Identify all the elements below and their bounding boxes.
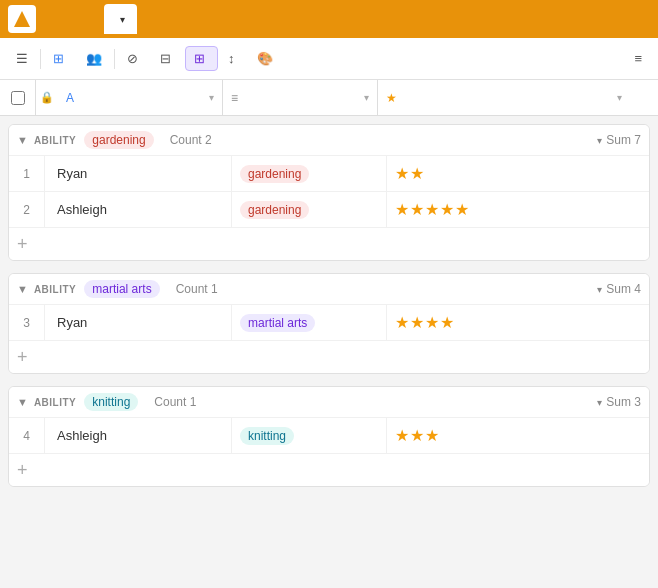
group-ability-label-martial: ABILITY: [34, 284, 76, 295]
select-all-checkbox[interactable]: [11, 91, 25, 105]
row-rating-gardening-1: ★★★★★: [387, 192, 649, 227]
stars-martial-0: ★★★★: [395, 313, 455, 332]
group-block-knitting: ▼ ABILITY knitting Count 1 ▾ Sum 3 4 Ash…: [8, 386, 650, 487]
toolbar-divider-1: [40, 49, 41, 69]
row-ability-gardening-0: gardening: [232, 156, 387, 191]
team-button[interactable]: 👥: [78, 47, 110, 70]
row-ability-gardening-1: gardening: [232, 192, 387, 227]
group-label-section-gardening: ABILITY gardening Count 2: [34, 131, 597, 149]
tab-ranking-chevron: ▾: [120, 14, 125, 25]
eye-icon: ⊘: [127, 51, 138, 66]
row-ability-martial-0: martial arts: [232, 305, 387, 340]
stars-gardening-1: ★★★★★: [395, 200, 470, 219]
group-sum-gardening: ▾ Sum 7: [597, 133, 641, 147]
more-button[interactable]: ≡: [626, 47, 650, 70]
filter-icon: ⊟: [160, 51, 171, 66]
main-content: ▼ ABILITY gardening Count 2 ▾ Sum 7 1 Ry…: [0, 116, 658, 588]
group-ability-label-gardening: ABILITY: [34, 135, 76, 146]
color-icon: 🎨: [257, 51, 273, 66]
group-button[interactable]: ⊞: [185, 46, 218, 71]
menu-icon: ☰: [16, 51, 28, 66]
add-row-gardening[interactable]: +: [9, 228, 649, 260]
group-label-section-knitting: ABILITY knitting Count 1: [34, 393, 597, 411]
sum-label-knitting: Sum 3: [606, 395, 641, 409]
ability-tag-gardening-1: gardening: [240, 201, 309, 219]
sum-label-martial: Sum 4: [606, 282, 641, 296]
lock-icon: 🔒: [40, 91, 54, 104]
group-chevron-gardening[interactable]: ▼: [17, 134, 28, 146]
rows-icon: ≡: [634, 51, 642, 66]
tab-abilities[interactable]: [76, 4, 100, 34]
group-tag-knitting: knitting: [84, 393, 138, 411]
hide-fields-button[interactable]: ⊘: [119, 47, 150, 70]
filter-button[interactable]: ⊟: [152, 47, 183, 70]
row-num-gardening-1: 2: [9, 192, 45, 227]
data-row-gardening-1: 2 Ashleigh gardening ★★★★★: [9, 192, 649, 228]
top-bar: ▾: [0, 0, 658, 38]
row-num-gardening-0: 1: [9, 156, 45, 191]
group-header-gardening: ▼ ABILITY gardening Count 2 ▾ Sum 7: [9, 125, 649, 156]
group-tag-gardening: gardening: [84, 131, 153, 149]
sum-chevron-gardening: ▾: [597, 135, 602, 146]
grid-view-button[interactable]: ⊞: [45, 47, 76, 70]
ability-icon: ≡: [231, 91, 238, 105]
group-header-knitting: ▼ ABILITY knitting Count 1 ▾ Sum 3: [9, 387, 649, 418]
row-name-gardening-1: Ashleigh: [45, 192, 232, 227]
toolbar: ☰ ⊞ 👥 ⊘ ⊟ ⊞ ↕ 🎨 ≡: [0, 38, 658, 80]
add-tab-button[interactable]: [141, 6, 167, 32]
group-count-gardening: Count 2: [170, 133, 212, 147]
data-row-gardening-0: 1 Ryan gardening ★★: [9, 156, 649, 192]
row-rating-knitting-0: ★★★: [387, 418, 649, 453]
sum-chevron-martial: ▾: [597, 284, 602, 295]
group-tag-martial: martial arts: [84, 280, 159, 298]
group-sum-martial: ▾ Sum 4: [597, 282, 641, 296]
row-ability-knitting-0: knitting: [232, 418, 387, 453]
ability-tag-knitting-0: knitting: [240, 427, 294, 445]
add-row-martial[interactable]: +: [9, 341, 649, 373]
group-ability-label-knitting: ABILITY: [34, 397, 76, 408]
ability-tag-gardening-0: gardening: [240, 165, 309, 183]
sort-button[interactable]: ↕: [220, 47, 247, 70]
group-sum-knitting: ▾ Sum 3: [597, 395, 641, 409]
group-chevron-martial[interactable]: ▼: [17, 283, 28, 295]
stars-gardening-0: ★★: [395, 164, 425, 183]
header-checkbox-col[interactable]: [0, 80, 36, 115]
grid-icon: ⊞: [53, 51, 64, 66]
data-row-knitting-0: 4 Ashleigh knitting ★★★: [9, 418, 649, 454]
name-col-dropdown: ▾: [209, 92, 214, 103]
tab-master[interactable]: [48, 4, 72, 34]
row-name-martial-0: Ryan: [45, 305, 232, 340]
sort-icon: ↕: [228, 51, 235, 66]
row-num-knitting-0: 4: [9, 418, 45, 453]
sum-chevron-knitting: ▾: [597, 397, 602, 408]
group-header-martial: ▼ ABILITY martial arts Count 1 ▾ Sum 4: [9, 274, 649, 305]
header-ability-col[interactable]: ≡ ▾: [223, 80, 378, 115]
group-block-gardening: ▼ ABILITY gardening Count 2 ▾ Sum 7 1 Ry…: [8, 124, 650, 261]
group-count-martial: Count 1: [176, 282, 218, 296]
group-count-knitting: Count 1: [154, 395, 196, 409]
color-button[interactable]: 🎨: [249, 47, 285, 70]
ability-col-dropdown: ▾: [364, 92, 369, 103]
sum-label-gardening: Sum 7: [606, 133, 641, 147]
header-rating-col[interactable]: ★ ▾: [378, 80, 630, 115]
app-logo: [8, 5, 36, 33]
menu-button[interactable]: ☰: [8, 47, 36, 70]
row-num-martial-0: 3: [9, 305, 45, 340]
header-name-col[interactable]: A ▾: [58, 80, 223, 115]
data-row-martial-0: 3 Ryan martial arts ★★★★: [9, 305, 649, 341]
group-chevron-knitting[interactable]: ▼: [17, 396, 28, 408]
add-row-knitting[interactable]: +: [9, 454, 649, 486]
row-rating-gardening-0: ★★: [387, 156, 649, 191]
group-icon: ⊞: [194, 51, 205, 66]
tab-ranking[interactable]: ▾: [104, 4, 137, 34]
group-block-martial: ▼ ABILITY martial arts Count 1 ▾ Sum 4 3…: [8, 273, 650, 374]
logo-shape: [14, 11, 30, 27]
stars-knitting-0: ★★★: [395, 426, 440, 445]
team-icon: 👥: [86, 51, 102, 66]
group-label-section-martial: ABILITY martial arts Count 1: [34, 280, 597, 298]
row-name-knitting-0: Ashleigh: [45, 418, 232, 453]
ability-tag-martial-0: martial arts: [240, 314, 315, 332]
text-icon: A: [66, 91, 74, 105]
row-rating-martial-0: ★★★★: [387, 305, 649, 340]
rating-col-dropdown: ▾: [617, 92, 622, 103]
